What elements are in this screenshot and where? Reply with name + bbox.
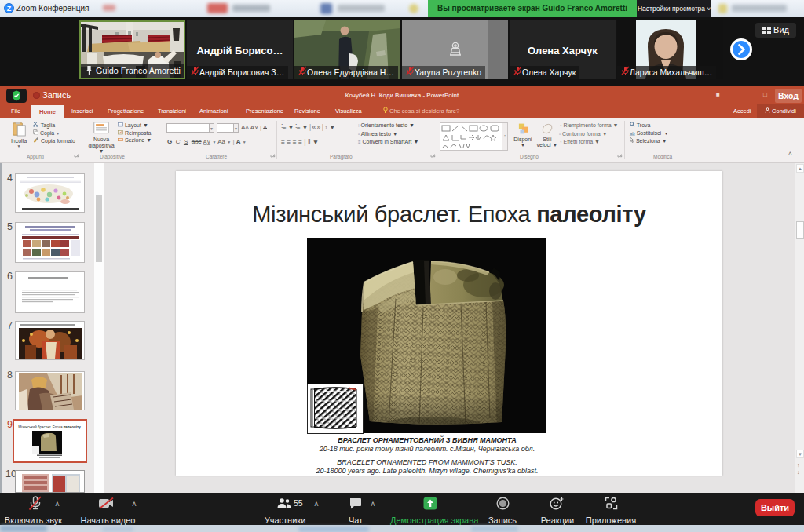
svg-text:Мізинський браслет. Епоха пале: Мізинський браслет. Епоха палеоліту	[18, 425, 81, 429]
